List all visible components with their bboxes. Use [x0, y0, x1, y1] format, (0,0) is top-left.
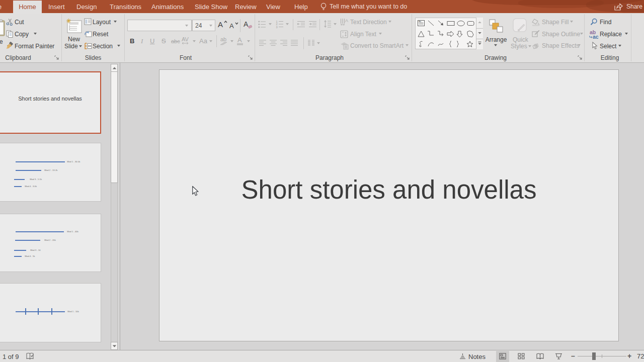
- svg-text:3: 3: [276, 26, 278, 29]
- svg-text:A: A: [345, 18, 348, 23]
- svg-text:A: A: [419, 20, 421, 23]
